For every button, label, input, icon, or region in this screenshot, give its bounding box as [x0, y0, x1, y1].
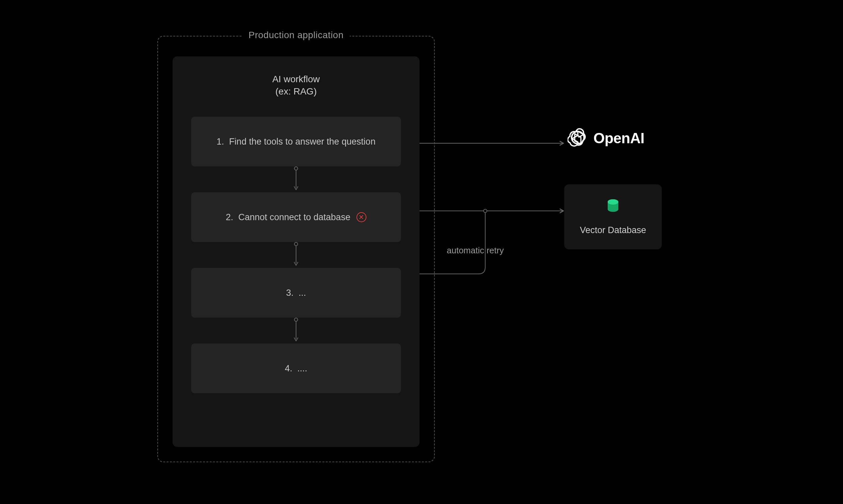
vector-database-label: Vector Database	[580, 225, 646, 235]
svg-point-7	[294, 318, 298, 321]
svg-point-11	[608, 199, 618, 204]
step-label: 2. Cannot connect to database	[226, 212, 350, 222]
svg-point-5	[294, 242, 298, 246]
arrow-down-icon	[296, 166, 296, 192]
workflow-title: AI workflow	[272, 72, 320, 86]
workflow-steps: 1. Find the tools to answer the question…	[191, 117, 401, 393]
workflow-step-4: 4. ....	[191, 343, 401, 393]
openai-label: OpenAI	[593, 130, 644, 147]
svg-point-3	[294, 167, 298, 170]
workflow-step-3: 3. ...	[191, 268, 401, 318]
step-label: 4. ....	[285, 363, 307, 374]
workflow-subtitle: (ex: RAG)	[275, 86, 316, 97]
production-app-label: Production application	[243, 30, 350, 40]
openai-logo-icon	[568, 127, 588, 149]
step-label: 1. Find the tools to answer the question	[217, 137, 376, 147]
step-label: 3. ...	[286, 288, 306, 298]
arrow-down-icon	[296, 242, 296, 268]
svg-point-2	[484, 209, 487, 213]
openai-endpoint: OpenAI	[568, 127, 644, 149]
workflow-step-2: 2. Cannot connect to database ✕	[191, 192, 401, 242]
diagram-canvas: automatic retry Production application A…	[0, 0, 843, 504]
production-app-container: Production application AI workflow (ex: …	[157, 36, 435, 462]
error-icon: ✕	[357, 212, 366, 222]
arrow-down-icon	[296, 318, 296, 343]
retry-label: automatic retry	[447, 245, 504, 256]
vector-database-endpoint: Vector Database	[564, 184, 662, 249]
database-icon	[606, 199, 620, 216]
workflow-panel: AI workflow (ex: RAG) 1. Find the tools …	[173, 56, 419, 447]
workflow-step-1: 1. Find the tools to answer the question	[191, 117, 401, 166]
